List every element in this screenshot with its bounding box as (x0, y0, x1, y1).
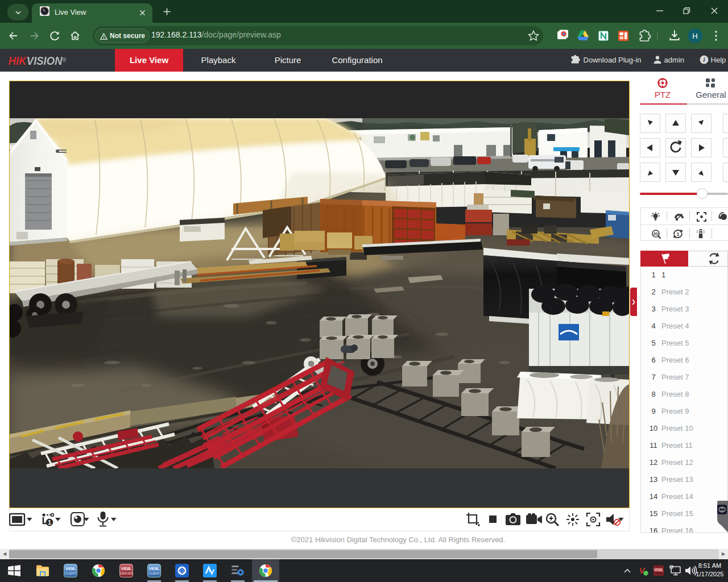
svg-text:H: H (692, 32, 697, 40)
svg-text:SERVER: SERVER (120, 572, 133, 575)
svg-text:1: 1 (676, 231, 679, 237)
svg-text:VIGIL: VIGIL (149, 566, 160, 571)
svg-text:VIGIL: VIGIL (654, 568, 664, 572)
svg-text:CLIENT: CLIENT (65, 572, 76, 575)
svg-text:1: 1 (48, 519, 51, 526)
svg-text:3D: 3D (653, 232, 659, 236)
svg-text:VIGIL: VIGIL (121, 566, 132, 571)
svg-text:VIGIL: VIGIL (65, 566, 76, 571)
svg-text:CLIENT: CLIENT (148, 572, 160, 575)
